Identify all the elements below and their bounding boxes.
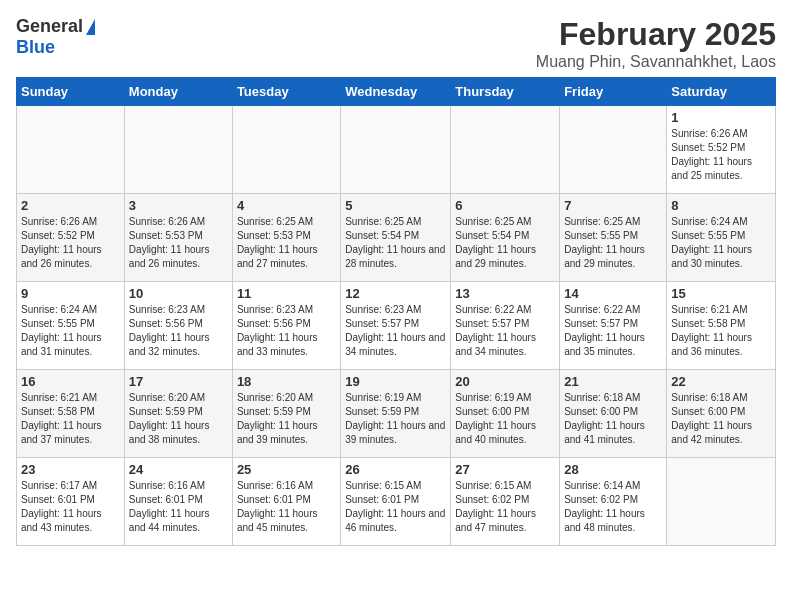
calendar-cell: 8Sunrise: 6:24 AM Sunset: 5:55 PM Daylig… (667, 194, 776, 282)
column-header-wednesday: Wednesday (341, 78, 451, 106)
day-info: Sunrise: 6:23 AM Sunset: 5:56 PM Dayligh… (129, 303, 228, 359)
day-info: Sunrise: 6:19 AM Sunset: 6:00 PM Dayligh… (455, 391, 555, 447)
day-info: Sunrise: 6:20 AM Sunset: 5:59 PM Dayligh… (129, 391, 228, 447)
calendar-week-row: 9Sunrise: 6:24 AM Sunset: 5:55 PM Daylig… (17, 282, 776, 370)
calendar-cell: 14Sunrise: 6:22 AM Sunset: 5:57 PM Dayli… (560, 282, 667, 370)
calendar-cell: 27Sunrise: 6:15 AM Sunset: 6:02 PM Dayli… (451, 458, 560, 546)
day-number: 22 (671, 374, 771, 389)
day-info: Sunrise: 6:17 AM Sunset: 6:01 PM Dayligh… (21, 479, 120, 535)
day-info: Sunrise: 6:21 AM Sunset: 5:58 PM Dayligh… (21, 391, 120, 447)
calendar-cell: 22Sunrise: 6:18 AM Sunset: 6:00 PM Dayli… (667, 370, 776, 458)
day-info: Sunrise: 6:22 AM Sunset: 5:57 PM Dayligh… (455, 303, 555, 359)
calendar-header-row: SundayMondayTuesdayWednesdayThursdayFrid… (17, 78, 776, 106)
month-title: February 2025 (536, 16, 776, 53)
day-number: 25 (237, 462, 336, 477)
calendar-cell: 12Sunrise: 6:23 AM Sunset: 5:57 PM Dayli… (341, 282, 451, 370)
day-info: Sunrise: 6:14 AM Sunset: 6:02 PM Dayligh… (564, 479, 662, 535)
calendar-cell: 6Sunrise: 6:25 AM Sunset: 5:54 PM Daylig… (451, 194, 560, 282)
day-number: 24 (129, 462, 228, 477)
column-header-friday: Friday (560, 78, 667, 106)
day-number: 18 (237, 374, 336, 389)
logo-triangle-icon (86, 19, 95, 35)
calendar-cell: 17Sunrise: 6:20 AM Sunset: 5:59 PM Dayli… (124, 370, 232, 458)
calendar-table: SundayMondayTuesdayWednesdayThursdayFrid… (16, 77, 776, 546)
calendar-week-row: 2Sunrise: 6:26 AM Sunset: 5:52 PM Daylig… (17, 194, 776, 282)
day-info: Sunrise: 6:25 AM Sunset: 5:55 PM Dayligh… (564, 215, 662, 271)
column-header-tuesday: Tuesday (232, 78, 340, 106)
day-number: 28 (564, 462, 662, 477)
day-number: 9 (21, 286, 120, 301)
day-info: Sunrise: 6:18 AM Sunset: 6:00 PM Dayligh… (564, 391, 662, 447)
day-number: 19 (345, 374, 446, 389)
calendar-cell: 24Sunrise: 6:16 AM Sunset: 6:01 PM Dayli… (124, 458, 232, 546)
calendar-cell: 16Sunrise: 6:21 AM Sunset: 5:58 PM Dayli… (17, 370, 125, 458)
day-number: 26 (345, 462, 446, 477)
calendar-cell: 11Sunrise: 6:23 AM Sunset: 5:56 PM Dayli… (232, 282, 340, 370)
day-info: Sunrise: 6:25 AM Sunset: 5:53 PM Dayligh… (237, 215, 336, 271)
calendar-cell (17, 106, 125, 194)
logo-general-text: General (16, 16, 83, 37)
calendar-cell: 13Sunrise: 6:22 AM Sunset: 5:57 PM Dayli… (451, 282, 560, 370)
day-info: Sunrise: 6:20 AM Sunset: 5:59 PM Dayligh… (237, 391, 336, 447)
calendar-cell: 9Sunrise: 6:24 AM Sunset: 5:55 PM Daylig… (17, 282, 125, 370)
day-number: 27 (455, 462, 555, 477)
title-area: February 2025 Muang Phin, Savannahkhet, … (536, 16, 776, 71)
day-number: 8 (671, 198, 771, 213)
day-number: 15 (671, 286, 771, 301)
calendar-cell (232, 106, 340, 194)
calendar-cell: 25Sunrise: 6:16 AM Sunset: 6:01 PM Dayli… (232, 458, 340, 546)
day-number: 7 (564, 198, 662, 213)
calendar-cell: 28Sunrise: 6:14 AM Sunset: 6:02 PM Dayli… (560, 458, 667, 546)
day-info: Sunrise: 6:18 AM Sunset: 6:00 PM Dayligh… (671, 391, 771, 447)
day-info: Sunrise: 6:24 AM Sunset: 5:55 PM Dayligh… (671, 215, 771, 271)
day-info: Sunrise: 6:25 AM Sunset: 5:54 PM Dayligh… (455, 215, 555, 271)
calendar-cell (341, 106, 451, 194)
day-info: Sunrise: 6:25 AM Sunset: 5:54 PM Dayligh… (345, 215, 446, 271)
calendar-cell: 5Sunrise: 6:25 AM Sunset: 5:54 PM Daylig… (341, 194, 451, 282)
day-info: Sunrise: 6:19 AM Sunset: 5:59 PM Dayligh… (345, 391, 446, 447)
column-header-thursday: Thursday (451, 78, 560, 106)
day-info: Sunrise: 6:26 AM Sunset: 5:52 PM Dayligh… (671, 127, 771, 183)
day-number: 10 (129, 286, 228, 301)
calendar-cell: 18Sunrise: 6:20 AM Sunset: 5:59 PM Dayli… (232, 370, 340, 458)
day-info: Sunrise: 6:21 AM Sunset: 5:58 PM Dayligh… (671, 303, 771, 359)
day-number: 6 (455, 198, 555, 213)
calendar-cell: 26Sunrise: 6:15 AM Sunset: 6:01 PM Dayli… (341, 458, 451, 546)
calendar-cell (124, 106, 232, 194)
day-info: Sunrise: 6:26 AM Sunset: 5:53 PM Dayligh… (129, 215, 228, 271)
calendar-cell: 10Sunrise: 6:23 AM Sunset: 5:56 PM Dayli… (124, 282, 232, 370)
day-info: Sunrise: 6:23 AM Sunset: 5:56 PM Dayligh… (237, 303, 336, 359)
calendar-cell (667, 458, 776, 546)
logo: General Blue (16, 16, 95, 58)
day-number: 12 (345, 286, 446, 301)
day-number: 2 (21, 198, 120, 213)
column-header-monday: Monday (124, 78, 232, 106)
day-info: Sunrise: 6:15 AM Sunset: 6:01 PM Dayligh… (345, 479, 446, 535)
header: General Blue February 2025 Muang Phin, S… (16, 16, 776, 71)
calendar-cell: 2Sunrise: 6:26 AM Sunset: 5:52 PM Daylig… (17, 194, 125, 282)
day-number: 23 (21, 462, 120, 477)
calendar-cell: 19Sunrise: 6:19 AM Sunset: 5:59 PM Dayli… (341, 370, 451, 458)
day-info: Sunrise: 6:16 AM Sunset: 6:01 PM Dayligh… (129, 479, 228, 535)
calendar-cell: 7Sunrise: 6:25 AM Sunset: 5:55 PM Daylig… (560, 194, 667, 282)
calendar-cell (451, 106, 560, 194)
day-number: 16 (21, 374, 120, 389)
calendar-cell: 4Sunrise: 6:25 AM Sunset: 5:53 PM Daylig… (232, 194, 340, 282)
day-info: Sunrise: 6:23 AM Sunset: 5:57 PM Dayligh… (345, 303, 446, 359)
day-number: 17 (129, 374, 228, 389)
calendar-week-row: 23Sunrise: 6:17 AM Sunset: 6:01 PM Dayli… (17, 458, 776, 546)
calendar-cell: 1Sunrise: 6:26 AM Sunset: 5:52 PM Daylig… (667, 106, 776, 194)
day-number: 11 (237, 286, 336, 301)
calendar-week-row: 1Sunrise: 6:26 AM Sunset: 5:52 PM Daylig… (17, 106, 776, 194)
column-header-sunday: Sunday (17, 78, 125, 106)
day-number: 1 (671, 110, 771, 125)
logo-blue-text: Blue (16, 37, 55, 57)
day-info: Sunrise: 6:22 AM Sunset: 5:57 PM Dayligh… (564, 303, 662, 359)
day-number: 20 (455, 374, 555, 389)
calendar-week-row: 16Sunrise: 6:21 AM Sunset: 5:58 PM Dayli… (17, 370, 776, 458)
location-title: Muang Phin, Savannahkhet, Laos (536, 53, 776, 71)
day-number: 5 (345, 198, 446, 213)
day-number: 3 (129, 198, 228, 213)
day-number: 4 (237, 198, 336, 213)
calendar-cell: 23Sunrise: 6:17 AM Sunset: 6:01 PM Dayli… (17, 458, 125, 546)
